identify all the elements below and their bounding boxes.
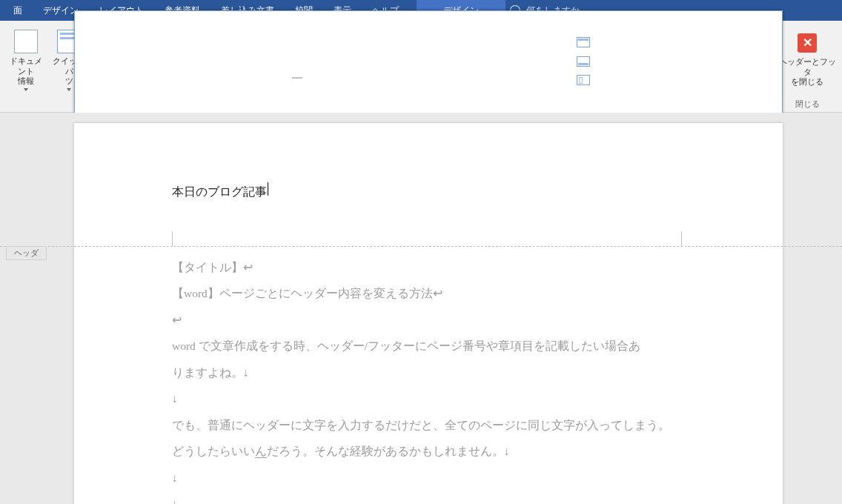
header-position-icon: [577, 37, 590, 47]
body-line: 【タイトル】↩: [172, 256, 700, 278]
document-body: 【タイトル】↩ 【word】ページごとにヘッダー内容を変える方法↩ ↩ word…: [172, 256, 700, 504]
chevron-down-icon: [67, 88, 71, 91]
tab-item-0[interactable]: 面: [3, 0, 33, 21]
body-line: でも、普通にヘッダーに文字を入力するだけだと、全てのページに同じ文字が入ってしま…: [172, 414, 700, 436]
body-span: どうしたらいい: [172, 445, 255, 457]
body-line: word で文章作成をする時、ヘッダー/フッターにページ番号や章項目を記載したい…: [172, 335, 700, 357]
header-tag: ヘッダ: [6, 246, 47, 260]
ribbon: ドキュメント 情報 クイック パ ツ 画像 オンライン 画像 挿入: [0, 21, 842, 113]
nav-mini-column: 前へ 次へ 前と同じヘッダー/フッター: [288, 37, 417, 84]
body-line: りますよね。↓: [172, 362, 700, 383]
group-navigation: ヘッダー に 移動 フッター に 移動 前へ 次へ 前と同じヘッダー/フッター: [202, 21, 422, 112]
close-header-footer-button[interactable]: ✕ ヘッダーとフッタ を閉じる: [778, 33, 837, 87]
close-icon: ✕: [798, 33, 817, 53]
body-line: どうしたらいいんだろう。そんな経験があるかもしれません。↓: [172, 440, 700, 462]
document-page[interactable]: 本日のブログ記事 ヘッダ 【タイトル】↩ 【word】ページごとにヘッダー内容を…: [74, 123, 783, 504]
body-underlined: ん: [255, 445, 267, 458]
body-line: 【word】ページごとにヘッダー内容を変える方法↩: [172, 282, 700, 304]
header-region[interactable]: 本日のブログ記事 ヘッダ: [74, 123, 783, 249]
footer-position-icon: [577, 56, 590, 67]
link-previous-icon: [292, 73, 304, 83]
margin-guide-right: [681, 231, 682, 246]
header-text[interactable]: 本日のブログ記事: [172, 182, 268, 200]
alignment-tab-icon: [577, 75, 590, 85]
close-button-label: ヘッダーとフッタ を閉じる: [778, 57, 837, 87]
nav-next[interactable]: 次へ: [292, 54, 417, 67]
text-cursor: [268, 182, 268, 196]
doc-info-button[interactable]: ドキュメント 情報: [4, 28, 47, 93]
document-info-icon: [14, 30, 38, 53]
document-workspace: 本日のブログ記事 ヘッダ 【タイトル】↩ 【word】ページごとにヘッダー内容を…: [0, 113, 842, 504]
header-text-content: 本日のブログ記事: [172, 185, 267, 200]
body-line: ↓: [172, 388, 700, 409]
group-close-label: 閉じる: [777, 97, 838, 110]
body-line: ↓: [172, 467, 700, 488]
header-separator: [0, 246, 842, 247]
body-line: ↓: [172, 493, 700, 504]
body-line: ↩: [172, 309, 700, 331]
chevron-down-icon: [24, 88, 28, 91]
group-close: ✕ ヘッダーとフッタ を閉じる 閉じる: [772, 21, 842, 112]
margin-guide-left: [172, 231, 173, 246]
body-span: だろう。そんな経験があるかもしれません。↓: [267, 445, 510, 457]
doc-info-label: ドキュメント 情報: [6, 56, 46, 87]
